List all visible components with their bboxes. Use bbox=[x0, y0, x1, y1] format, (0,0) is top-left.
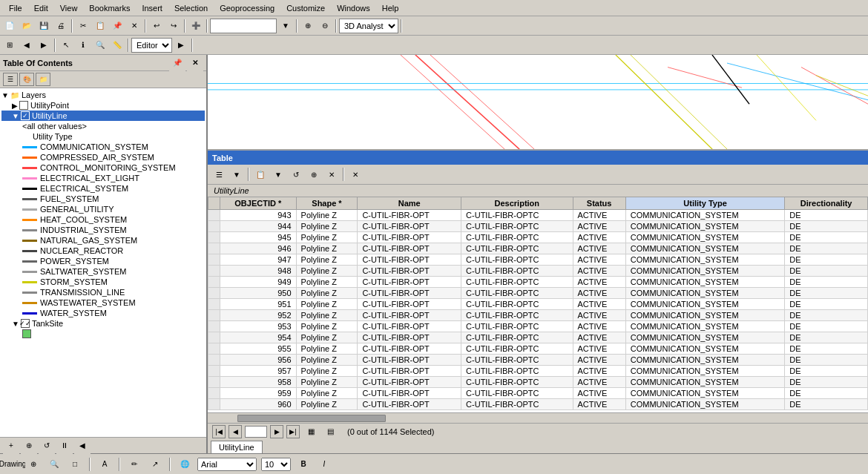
zoom-prev-btn[interactable]: ◀ bbox=[19, 37, 35, 53]
scale-dropdown[interactable]: ▼ bbox=[277, 18, 294, 34]
th-name[interactable]: Name bbox=[358, 197, 461, 210]
table-refresh-btn[interactable]: ↺ bbox=[288, 166, 304, 182]
table-container[interactable]: OBJECTID * Shape * Name Description Stat… bbox=[208, 197, 868, 412]
toc-item-nuclear[interactable]: NUCLEAR_REACTOR bbox=[1, 246, 205, 256]
row-selector[interactable] bbox=[208, 221, 220, 232]
row-selector[interactable] bbox=[208, 377, 220, 388]
utilityline-checkbox[interactable] bbox=[21, 111, 30, 120]
new-btn[interactable]: 📄 bbox=[1, 18, 18, 34]
toc-item-power[interactable]: POWER_SYSTEM bbox=[1, 256, 205, 266]
toc-tab-draw[interactable]: 🎨 bbox=[19, 73, 34, 86]
toc-add-btn[interactable]: + bbox=[3, 438, 19, 454]
zoom-out-btn[interactable]: ⊖ bbox=[317, 18, 333, 34]
nav-last-btn[interactable]: ▶| bbox=[286, 425, 300, 438]
toc-item-general[interactable]: GENERAL_UTILITY bbox=[1, 204, 205, 214]
zoom-in-btn[interactable]: ⊕ bbox=[300, 18, 316, 34]
table-del-btn[interactable]: ✕ bbox=[323, 166, 340, 182]
th-description[interactable]: Description bbox=[461, 197, 573, 210]
row-selector[interactable] bbox=[208, 288, 220, 299]
toc-pin-btn[interactable]: 📌 bbox=[169, 55, 185, 71]
row-selector[interactable] bbox=[208, 232, 220, 243]
menu-item-bookmarks[interactable]: Bookmarks bbox=[83, 2, 136, 14]
row-selector[interactable] bbox=[208, 366, 220, 377]
table-close-btn[interactable]: ✕ bbox=[347, 166, 364, 182]
menu-item-file[interactable]: File bbox=[3, 2, 28, 14]
table-scrollbar-h[interactable] bbox=[208, 412, 868, 423]
measure-btn[interactable]: 📏 bbox=[109, 37, 125, 53]
table-row[interactable]: 945 Polyline Z C-UTIL-FIBR-OPT C-UTIL-FI… bbox=[208, 232, 868, 243]
add-data-btn[interactable]: ➕ bbox=[188, 18, 204, 34]
menu-item-insert[interactable]: Insert bbox=[136, 2, 168, 14]
table-row[interactable]: 954 Polyline Z C-UTIL-FIBR-OPT C-UTIL-FI… bbox=[208, 332, 868, 343]
toc-item-allother[interactable]: <all other values> bbox=[1, 121, 205, 131]
row-selector[interactable] bbox=[208, 310, 220, 321]
zoom-full-btn[interactable]: ⊞ bbox=[1, 37, 18, 53]
toc-close-btn[interactable]: ✕ bbox=[187, 55, 203, 71]
toc-zoom-btn[interactable]: ⊕ bbox=[21, 438, 37, 454]
table-options-btn[interactable]: ☰ bbox=[211, 166, 227, 182]
toc-item-saltwater[interactable]: SALTWATER_SYSTEM bbox=[1, 266, 205, 277]
table-row[interactable]: 953 Polyline Z C-UTIL-FIBR-OPT C-UTIL-FI… bbox=[208, 321, 868, 332]
table-row[interactable]: 950 Polyline Z C-UTIL-FIBR-OPT C-UTIL-FI… bbox=[208, 288, 868, 299]
table-dd2-btn[interactable]: ▼ bbox=[270, 166, 286, 182]
toc-item-elec-ext[interactable]: ELECTRICAL_EXT_LIGHT bbox=[1, 173, 205, 183]
row-selector[interactable] bbox=[208, 343, 220, 355]
table-copy-btn[interactable]: 📋 bbox=[252, 166, 269, 182]
menu-item-selection[interactable]: Selection bbox=[168, 2, 214, 14]
toc-item-transmission[interactable]: TRANSMISSION_LINE bbox=[1, 287, 205, 297]
toc-item-tanksite[interactable]: ▼ ✓ TankSite bbox=[1, 318, 205, 329]
toc-item-industrial[interactable]: INDUSTRIAL_SYSTEM bbox=[1, 225, 205, 235]
table-row[interactable]: 959 Polyline Z C-UTIL-FIBR-OPT C-UTIL-FI… bbox=[208, 388, 868, 399]
map-view[interactable] bbox=[208, 55, 868, 149]
row-selector[interactable] bbox=[208, 332, 220, 343]
toc-item-water[interactable]: WATER_SYSTEM bbox=[1, 308, 205, 318]
print-btn[interactable]: 🖨 bbox=[53, 18, 69, 34]
th-directionality[interactable]: Directionality bbox=[785, 197, 868, 210]
drawing-dropdown-btn[interactable]: Drawing bbox=[4, 456, 21, 473]
toc-tab-source[interactable]: 📁 bbox=[36, 73, 50, 86]
toc-item-gas[interactable]: NATURAL_GAS_SYSTEM bbox=[1, 235, 205, 246]
status-text-btn[interactable]: A bbox=[96, 456, 113, 473]
table-row[interactable]: 948 Polyline Z C-UTIL-FIBR-OPT C-UTIL-FI… bbox=[208, 266, 868, 277]
row-selector[interactable] bbox=[208, 355, 220, 366]
scroll-thumb-h[interactable] bbox=[237, 415, 386, 422]
cut-btn[interactable]: ✂ bbox=[75, 18, 91, 34]
table-row[interactable]: 949 Polyline Z C-UTIL-FIBR-OPT C-UTIL-FI… bbox=[208, 277, 868, 288]
nav-next-btn[interactable]: ▶ bbox=[270, 425, 283, 438]
table-row[interactable]: 955 Polyline Z C-UTIL-FIBR-OPT C-UTIL-FI… bbox=[208, 343, 868, 355]
table-row[interactable]: 951 Polyline Z C-UTIL-FIBR-OPT C-UTIL-FI… bbox=[208, 299, 868, 310]
expand-layers-icon[interactable]: ▼ bbox=[1, 91, 9, 99]
toc-item-elec[interactable]: ELECTRICAL_SYSTEM bbox=[1, 183, 205, 194]
toc-item-comm[interactable]: COMMUNICATION_SYSTEM bbox=[1, 142, 205, 152]
table-row[interactable]: 946 Polyline Z C-UTIL-FIBR-OPT C-UTIL-FI… bbox=[208, 243, 868, 254]
tanksite-checkbox[interactable]: ✓ bbox=[21, 319, 30, 328]
row-selector[interactable] bbox=[208, 266, 220, 277]
table-row[interactable]: 960 Polyline Z C-UTIL-FIBR-OPT C-UTIL-FI… bbox=[208, 399, 868, 410]
italic-btn[interactable]: I bbox=[316, 456, 332, 473]
toc-item-heat[interactable]: HEAT_COOL_SYSTEM bbox=[1, 214, 205, 225]
utilitypoint-checkbox[interactable] bbox=[19, 101, 28, 110]
fontsize-select[interactable]: 10 bbox=[261, 458, 291, 471]
table-tab-utilityline[interactable]: UtilityLine bbox=[211, 441, 263, 453]
row-selector[interactable] bbox=[208, 399, 220, 410]
toc-refresh-btn[interactable]: ↺ bbox=[39, 438, 55, 454]
status-box-btn[interactable]: □ bbox=[67, 456, 83, 473]
row-selector[interactable] bbox=[208, 210, 220, 221]
row-selector[interactable] bbox=[208, 388, 220, 399]
toc-item-wastewater[interactable]: WASTEWATER_SYSTEM bbox=[1, 297, 205, 308]
table-row[interactable]: 943 Polyline Z C-UTIL-FIBR-OPT C-UTIL-FI… bbox=[208, 210, 868, 221]
table-row[interactable]: 952 Polyline Z C-UTIL-FIBR-OPT C-UTIL-FI… bbox=[208, 310, 868, 321]
analyst-dropdown[interactable]: 3D Analyst bbox=[339, 19, 398, 33]
th-objectid[interactable]: OBJECTID * bbox=[220, 197, 297, 210]
toc-tab-list[interactable]: ☰ bbox=[3, 73, 18, 86]
status-zoom-btn[interactable]: 🔍 bbox=[46, 456, 62, 473]
expand-utilityline-icon[interactable]: ▼ bbox=[12, 112, 19, 120]
th-selector[interactable] bbox=[208, 197, 220, 210]
menu-item-geoprocessing[interactable]: Geoprocessing bbox=[214, 2, 280, 14]
status-tool-btn[interactable]: ⊕ bbox=[25, 456, 42, 473]
row-selector[interactable] bbox=[208, 254, 220, 266]
open-btn[interactable]: 📂 bbox=[19, 18, 35, 34]
row-selector[interactable] bbox=[208, 277, 220, 288]
table-zoom-btn[interactable]: ⊕ bbox=[306, 166, 322, 182]
nav-view-btn[interactable]: ▦ bbox=[303, 424, 319, 440]
